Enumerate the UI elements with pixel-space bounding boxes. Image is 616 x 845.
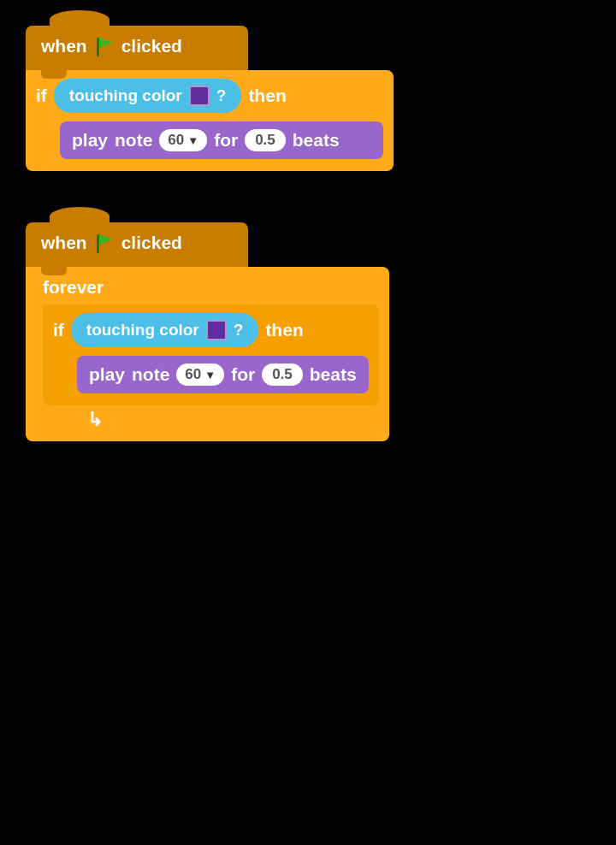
beats-label-2: beats	[310, 364, 357, 385]
hat-block-2[interactable]: when clicked	[26, 222, 248, 267]
sound-block-2[interactable]: play note 60 ▼ for 0.5 beats	[77, 356, 369, 393]
note-value-2: 60	[185, 366, 201, 383]
play-label-2: play	[89, 364, 125, 385]
clicked-label-1: clicked	[121, 36, 182, 56]
then-label-2: then	[265, 320, 303, 340]
svg-marker-1	[99, 38, 113, 48]
forever-label: forever	[36, 274, 379, 304]
note-pill-1[interactable]: 60 ▼	[159, 129, 207, 151]
if-then-block-2: if touching color ? then play note 60 ▼	[43, 304, 379, 405]
then-label-1: then	[248, 86, 286, 106]
beats-label-1: beats	[293, 130, 340, 151]
note-label-2: note	[132, 364, 169, 385]
for-label-2: for	[231, 364, 255, 385]
play-label-1: play	[72, 130, 108, 151]
if-label-2: if	[53, 320, 64, 340]
note-value-1: 60	[168, 132, 184, 149]
forever-block: forever if touching color ? then play no…	[26, 267, 389, 441]
green-flag-icon-1	[92, 34, 116, 58]
when-label-2: when	[41, 233, 87, 253]
return-arrow-icon: ↳	[87, 409, 103, 431]
note-label-1: note	[115, 130, 152, 151]
condition-block-2[interactable]: touching color ?	[71, 313, 259, 347]
touching-color-label-1: touching color	[69, 86, 182, 105]
green-flag-icon-2	[92, 231, 116, 255]
beats-value-1: 0.5	[255, 132, 275, 148]
note-pill-2[interactable]: 60 ▼	[176, 363, 224, 386]
touching-color-label-2: touching color	[86, 321, 199, 340]
beats-pill-1[interactable]: 0.5	[245, 129, 286, 151]
note-dropdown-arrow-2[interactable]: ▼	[204, 369, 216, 381]
question-mark-1: ?	[216, 86, 227, 105]
svg-marker-3	[99, 234, 113, 245]
when-label-1: when	[41, 36, 87, 56]
forever-bottom: ↳	[36, 405, 379, 431]
block-group-2: when clicked forever if touching color ?…	[26, 222, 389, 441]
note-dropdown-arrow-1[interactable]: ▼	[187, 134, 198, 147]
for-label-1: for	[214, 130, 238, 151]
beats-pill-2[interactable]: 0.5	[262, 363, 303, 386]
color-swatch-1[interactable]	[189, 86, 210, 106]
svg-rect-0	[97, 38, 99, 56]
question-mark-2: ?	[234, 321, 244, 340]
clicked-label-2: clicked	[121, 233, 182, 253]
if-then-block-1: if touching color ? then play note 60 ▼ …	[26, 70, 394, 171]
sound-block-1[interactable]: play note 60 ▼ for 0.5 beats	[60, 121, 383, 159]
block-group-1: when clicked if touching color ? then pl…	[26, 26, 394, 171]
color-swatch-2[interactable]	[206, 320, 227, 340]
if-label-1: if	[36, 86, 47, 106]
svg-rect-2	[97, 234, 99, 253]
condition-block-1[interactable]: touching color ?	[54, 79, 242, 113]
hat-block-1[interactable]: when clicked	[26, 26, 248, 70]
beats-value-2: 0.5	[272, 366, 293, 382]
